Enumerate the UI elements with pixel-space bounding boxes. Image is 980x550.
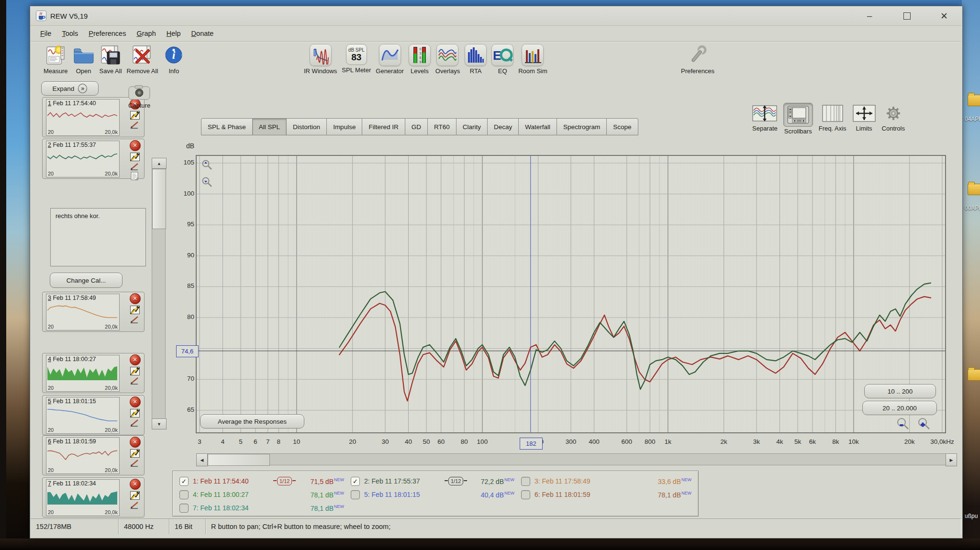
tab-decay[interactable]: Decay [488, 118, 519, 135]
tool-remove-all[interactable]: Remove All [127, 44, 158, 75]
graph-control-limits[interactable]: Limits [852, 103, 876, 135]
edit-chart-icon[interactable] [130, 449, 140, 458]
measurement-thumbnail[interactable]: 7 Feb 11 18:02:342020,0k [46, 479, 120, 516]
close-button[interactable]: ✕ [934, 8, 955, 24]
horizontal-scroll-thumb[interactable] [208, 454, 270, 466]
average-responses-button[interactable]: Average the Responses [200, 414, 304, 429]
y-zoom-in-magnifier-icon[interactable] [201, 159, 213, 171]
range-20-20000-button[interactable]: 20 .. 20.000 [862, 401, 937, 415]
desktop-folder-icon[interactable] [968, 369, 980, 381]
edit-chart-icon[interactable] [130, 306, 140, 314]
delete-measurement-icon[interactable]: ✕ [130, 437, 141, 448]
tool-preferences[interactable]: Preferences [681, 44, 714, 75]
tool-levels[interactable]: 0369Levels [409, 44, 431, 75]
maximize-button[interactable] [896, 8, 917, 24]
vertical-scroll-thumb[interactable] [152, 169, 166, 229]
menu-graph[interactable]: Graph [136, 30, 156, 37]
delete-measurement-icon[interactable]: ✕ [130, 354, 141, 365]
tab-spectrogram[interactable]: Spectrogram [557, 118, 607, 135]
tab-filtered-ir[interactable]: Filtered IR [362, 118, 405, 135]
measurement-thumbnail[interactable]: 6 Feb 11 18:01:592020,0k [46, 437, 120, 474]
measurement-item-2[interactable]: 2 Feb 11 17:55:372020,0k✕ [42, 139, 145, 179]
frequency-horizontal-scrollbar[interactable] [196, 453, 956, 465]
tool-measure[interactable]: Measure [44, 44, 68, 75]
notes-icon[interactable] [131, 172, 139, 180]
edit-chart-icon[interactable] [130, 111, 140, 120]
tab-gd[interactable]: GD [405, 118, 428, 135]
edit-chart-icon[interactable] [130, 409, 140, 418]
y-zoom-out-magnifier-icon[interactable] [201, 176, 213, 188]
tool-spl-meter[interactable]: dB SPL83SPL Meter [342, 44, 371, 74]
legend-checkbox[interactable] [179, 490, 189, 499]
pencil-icon[interactable] [130, 316, 140, 323]
tool-ir-windows[interactable]: IR Windows [304, 44, 337, 75]
measurement-item-5[interactable]: 5 Feb 11 18:01:152020,0k✕ [42, 395, 145, 435]
pencil-icon[interactable] [130, 377, 140, 385]
measurement-thumbnail[interactable]: 2 Feb 11 17:55:372020,0k [46, 141, 120, 177]
menu-tools[interactable]: Tools [62, 30, 78, 37]
scroll-left-arrow[interactable]: ◀ [196, 453, 208, 466]
capture-button[interactable]: Capture [121, 85, 158, 109]
tab-all-spl[interactable]: All SPL [253, 118, 287, 135]
graph-control-freq-axis[interactable]: Freq. Axis [819, 103, 846, 135]
legend-checkbox[interactable] [521, 490, 530, 499]
tool-info[interactable]: iInfo [163, 44, 185, 75]
tool-rta[interactable]: RTA [465, 44, 487, 75]
edit-chart-icon[interactable] [130, 491, 140, 500]
legend-checkbox[interactable]: ✓ [179, 477, 189, 486]
menu-file[interactable]: File [40, 30, 51, 37]
pencil-icon[interactable] [130, 163, 140, 170]
scroll-down-arrow[interactable]: ▼ [152, 418, 167, 429]
minimize-button[interactable]: – [859, 8, 880, 24]
scroll-up-arrow[interactable]: ▲ [152, 158, 167, 169]
tool-generator[interactable]: Generator [376, 44, 404, 75]
pencil-icon[interactable] [130, 419, 140, 427]
tab-rt60[interactable]: RT60 [428, 118, 457, 135]
measurement-notes-input[interactable]: rechts ohne kor. [51, 209, 145, 266]
x-zoom-out-magnifier-icon[interactable] [896, 417, 910, 431]
delete-measurement-icon[interactable]: ✕ [130, 293, 141, 304]
edit-chart-icon[interactable] [130, 153, 140, 161]
desktop-folder-icon[interactable] [968, 184, 980, 195]
range-10-200-button[interactable]: 10 .. 200 [864, 384, 936, 398]
menu-help[interactable]: Help [167, 30, 181, 37]
x-zoom-in-magnifier-icon[interactable] [917, 417, 931, 431]
expand-button[interactable]: Expand » [41, 81, 99, 96]
tool-eq[interactable]: EEQ [491, 44, 513, 75]
scroll-right-arrow[interactable]: ▶ [946, 453, 957, 466]
title-bar[interactable]: REW V5,19 – ✕ [30, 6, 961, 26]
tab-clarity[interactable]: Clarity [457, 118, 488, 135]
graph-control-scrollbars[interactable]: Scrollbars [783, 103, 813, 135]
measurement-thumbnail[interactable]: 5 Feb 11 18:01:152020,0k [46, 397, 120, 434]
pencil-icon[interactable] [130, 121, 140, 129]
tab-spl-phase[interactable]: SPL & Phase [201, 118, 253, 135]
measurement-thumbnail[interactable]: 1 Feb 11 17:54:402020,0k [46, 99, 120, 136]
smoothing-badge[interactable]: 1/12 [277, 477, 292, 485]
edit-chart-icon[interactable] [130, 367, 140, 375]
pencil-icon[interactable] [130, 501, 140, 509]
legend-checkbox[interactable] [521, 477, 530, 486]
legend-checkbox[interactable]: ✓ [351, 477, 360, 486]
delete-measurement-icon[interactable]: ✕ [130, 140, 141, 151]
tab-distortion[interactable]: Distortion [287, 118, 327, 135]
tab-scope[interactable]: Scope [607, 118, 638, 135]
tool-save-all[interactable]: Save All [100, 44, 122, 75]
tab-waterfall[interactable]: Waterfall [519, 118, 557, 135]
menu-donate[interactable]: Donate [191, 30, 214, 37]
graph-control-separate[interactable]: Separate [752, 103, 778, 135]
menu-preferences[interactable]: Preferences [89, 30, 126, 37]
measurement-thumbnail[interactable]: 4 Feb 11 18:00:272020,0k [46, 355, 120, 392]
legend-checkbox[interactable] [179, 504, 189, 513]
tool-room-sim[interactable]: Room Sim [518, 44, 547, 75]
graph-control-controls[interactable]: Controls [882, 103, 905, 135]
measurement-item-3[interactable]: 3 Feb 11 17:58:492020,0k✕ [42, 292, 145, 332]
measurement-item-7[interactable]: 7 Feb 11 18:02:342020,0k✕ [42, 477, 145, 517]
delete-measurement-icon[interactable]: ✕ [130, 479, 141, 490]
measurement-item-4[interactable]: 4 Feb 11 18:00:272020,0k✕ [42, 353, 145, 393]
desktop-folder-icon[interactable] [968, 95, 980, 106]
measurement-item-6[interactable]: 6 Feb 11 18:01:592020,0k✕ [42, 435, 145, 475]
tool-open[interactable]: Open [73, 44, 95, 75]
smoothing-badge[interactable]: 1/12 [448, 477, 463, 485]
change-cal-button[interactable]: Change Cal... [50, 273, 122, 288]
measurement-thumbnail[interactable]: 3 Feb 11 17:58:492020,0k [46, 294, 120, 330]
